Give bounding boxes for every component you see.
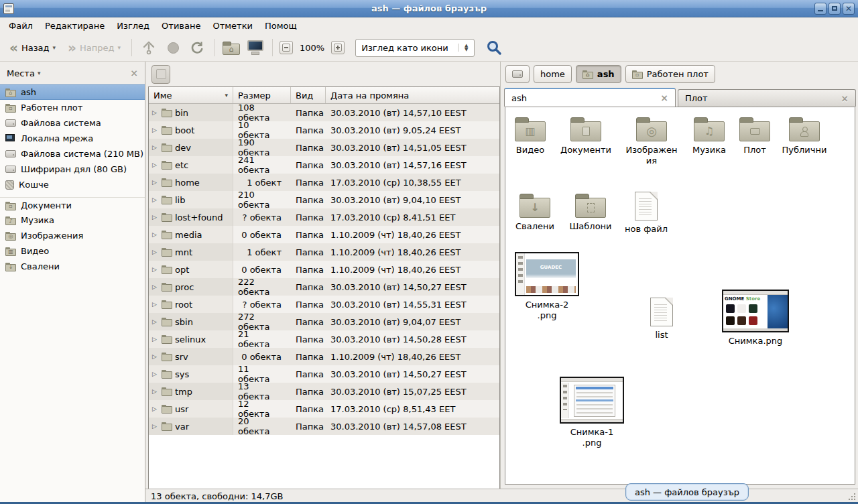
forward-button[interactable]: » Напред ▾: [64, 40, 125, 56]
column-header-Вид[interactable]: Вид: [291, 87, 326, 103]
root-location-button[interactable]: [151, 65, 170, 84]
table-row-etc[interactable]: ▷etc241 обектаПапка30.03.2010 (вт) 14,57…: [149, 156, 499, 174]
file-icon-list[interactable]: list: [633, 298, 690, 340]
expander-icon[interactable]: ▷: [152, 162, 159, 168]
menu-Отметки[interactable]: Отметки: [206, 19, 258, 33]
sidebar-item-Шифриран дял (80 GB)[interactable]: Шифриран дял (80 GB): [0, 162, 145, 177]
column-header-Дата на промяна[interactable]: Дата на промяна: [326, 87, 499, 103]
sidebar-item-Изображения[interactable]: ◎Изображения: [0, 228, 145, 243]
table-row-home[interactable]: ▷home1 обектПапка17.03.2010 (ср) 10,38,5…: [149, 174, 499, 191]
tab-close-icon[interactable]: ×: [841, 94, 849, 103]
breadcrumb-home[interactable]: home: [534, 65, 572, 83]
menu-Помощ[interactable]: Помощ: [259, 19, 303, 33]
sidebar-item-Локална мрежа[interactable]: Локална мрежа: [0, 131, 145, 146]
expander-icon[interactable]: ▷: [152, 179, 159, 186]
table-row-boot[interactable]: ▷boot10 обектаПапка30.03.2010 (вт) 9,05,…: [149, 121, 499, 139]
file-icon-Свалени[interactable]: Свалени: [507, 193, 563, 232]
sidebar-item-Кошче[interactable]: Кошче: [0, 177, 145, 192]
zoom-in-button[interactable]: [331, 41, 345, 54]
file-icon-Публични[interactable]: Публични: [774, 117, 835, 155]
minimize-button[interactable]: [814, 3, 826, 15]
view-mode-select[interactable]: Изглед като икони ▲▼: [355, 39, 475, 57]
tab-ash[interactable]: ash×: [504, 88, 676, 107]
sidebar-item-Свалени[interactable]: ↓Свалени: [0, 259, 145, 274]
expander-icon[interactable]: ▷: [152, 266, 159, 273]
column-header-Име[interactable]: Име▾: [149, 87, 233, 103]
table-row-root[interactable]: ▷root? обектаПапка30.03.2010 (вт) 14,55,…: [149, 296, 499, 313]
breadcrumb-root[interactable]: [505, 65, 530, 83]
file-icon-Шаблони[interactable]: Шаблони: [562, 193, 619, 232]
tab-close-icon[interactable]: ×: [660, 93, 668, 103]
expander-icon[interactable]: ▷: [152, 318, 159, 325]
file-icon-Изображения[interactable]: Изображения: [625, 117, 678, 166]
table-row-dev[interactable]: ▷dev190 обектаПапка30.03.2010 (вт) 14,51…: [149, 139, 499, 156]
expander-icon[interactable]: ▷: [152, 371, 159, 377]
menu-Отиване[interactable]: Отиване: [156, 19, 206, 33]
sidebar-title-dropdown-icon[interactable]: ▾: [38, 70, 41, 76]
expander-icon[interactable]: ▷: [152, 284, 159, 290]
file-icon-Документи[interactable]: Документи: [558, 117, 614, 155]
sidebar-item-Видео[interactable]: ▥Видео: [0, 243, 145, 259]
table-row-media[interactable]: ▷media0 обектаПапка1.10.2009 (чт) 18,40,…: [149, 226, 499, 243]
table-row-sys[interactable]: ▷sys11 обектаПапка30.03.2010 (вт) 14,50,…: [149, 365, 499, 383]
zoom-out-button[interactable]: [280, 41, 293, 54]
table-row-usr[interactable]: ▷usr12 обектаПапка17.03.2010 (ср) 8,51,4…: [149, 400, 499, 418]
tab-Плот[interactable]: Плот×: [678, 89, 856, 107]
expander-icon[interactable]: ▷: [152, 388, 159, 395]
breadcrumb-ash[interactable]: ⌂ash: [576, 65, 621, 83]
up-button[interactable]: [139, 38, 159, 57]
table-row-lost+found[interactable]: ▷lost+found? обектаПапка17.03.2010 (ср) …: [149, 208, 499, 226]
sidebar-item-Документи[interactable]: ▫Документи: [0, 197, 145, 212]
table-row-lib[interactable]: ▷lib210 обектаПапка30.03.2010 (вт) 9,04,…: [149, 191, 499, 208]
table-row-tmp[interactable]: ▷tmp13 обектаПапка30.03.2010 (вт) 15,07,…: [149, 383, 499, 400]
expander-icon[interactable]: ▷: [152, 196, 159, 203]
breadcrumb-Работен плот[interactable]: ▫Работен плот: [625, 65, 715, 83]
close-button[interactable]: ✕: [843, 3, 855, 15]
window-list-button[interactable]: ash — файлов браузър: [625, 483, 749, 501]
maximize-button[interactable]: [829, 3, 841, 15]
titlebar[interactable]: ash — файлов браузър ✕: [0, 0, 858, 17]
table-row-selinux[interactable]: ▷selinux21 обектаПапка30.03.2010 (вт) 14…: [149, 330, 499, 348]
search-button[interactable]: [484, 38, 504, 57]
sidebar-close-button[interactable]: ×: [130, 68, 138, 78]
file-icon-нов файл[interactable]: нов файл: [616, 192, 676, 235]
table-row-bin[interactable]: ▷bin108 обектаПапка30.03.2010 (вт) 14,57…: [149, 104, 499, 121]
table-row-mnt[interactable]: ▷mnt1 обектПапка1.10.2009 (чт) 18,40,26 …: [149, 243, 499, 261]
sidebar-title[interactable]: Места: [7, 68, 35, 78]
menu-Файл[interactable]: Файл: [3, 19, 39, 33]
expander-icon[interactable]: ▷: [152, 423, 159, 430]
file-icon-Снимка.png[interactable]: GNOME StoreСнимка.png: [715, 290, 796, 346]
table-row-sbin[interactable]: ▷sbin272 обектаПапка30.03.2010 (вт) 9,04…: [149, 313, 499, 330]
expander-icon[interactable]: ▷: [152, 144, 159, 151]
expander-icon[interactable]: ▷: [152, 353, 159, 360]
back-button[interactable]: « Назад ▾: [5, 40, 60, 56]
column-header-Размер[interactable]: Размер: [233, 87, 291, 103]
expander-icon[interactable]: ▷: [152, 127, 159, 133]
back-history-dropdown[interactable]: ▾: [53, 44, 56, 51]
reload-button[interactable]: [187, 38, 207, 57]
sidebar-item-ash[interactable]: ⌂ash: [0, 84, 145, 100]
menu-Редактиране[interactable]: Редактиране: [39, 19, 111, 33]
sidebar-item-Файлова система[interactable]: Файлова система: [0, 115, 145, 131]
expander-icon[interactable]: ▷: [152, 109, 159, 116]
table-row-opt[interactable]: ▷opt0 обектаПапка1.10.2009 (чт) 18,40,26…: [149, 261, 499, 278]
file-icon-Снимка-2.png[interactable]: GUADECСнимка-2.png: [513, 252, 580, 321]
resize-grip[interactable]: [848, 493, 856, 501]
sidebar-item-Работен плот[interactable]: ▫Работен плот: [0, 100, 145, 115]
sidebar-item-Файлова система (210 MB)[interactable]: Файлова система (210 MB): [0, 146, 145, 162]
table-row-var[interactable]: ▷var20 обектаПапка30.03.2010 (вт) 14,57,…: [149, 418, 499, 435]
table-row-srv[interactable]: ▷srv0 обектаПапка1.10.2009 (чт) 18,40,26…: [149, 348, 499, 365]
expander-icon[interactable]: ▷: [152, 214, 159, 220]
expander-icon[interactable]: ▷: [152, 249, 159, 255]
stop-button[interactable]: [163, 38, 183, 57]
menu-Изглед[interactable]: Изглед: [111, 19, 156, 33]
home-button[interactable]: ⌂: [221, 38, 241, 57]
expander-icon[interactable]: ▷: [152, 405, 159, 412]
expander-icon[interactable]: ▷: [152, 336, 159, 342]
expander-icon[interactable]: ▷: [152, 301, 159, 308]
expander-icon[interactable]: ▷: [152, 231, 159, 238]
table-row-proc[interactable]: ▷proc222 обектаПапка30.03.2010 (вт) 14,5…: [149, 278, 499, 296]
file-icon-Видео[interactable]: Видео: [505, 117, 558, 155]
sidebar-item-Музика[interactable]: ♪Музика: [0, 212, 145, 228]
file-icon-Снимка-1.png[interactable]: Снимка-1.png: [558, 377, 625, 448]
